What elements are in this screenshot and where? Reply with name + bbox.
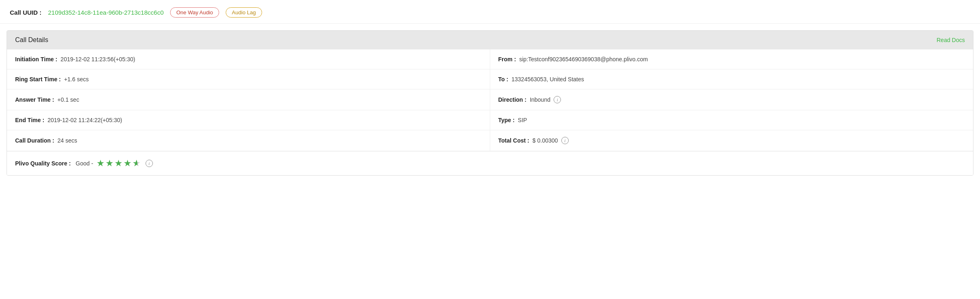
call-uuid-value: 2109d352-14c8-11ea-960b-2713c18cc6c0 [48, 9, 164, 16]
top-header: Call UUID : 2109d352-14c8-11ea-960b-2713… [0, 0, 980, 24]
from-cell: From : sip:Testconf9023654690369038@phon… [490, 49, 973, 69]
detail-row-ring: Ring Start Time : +1.6 secs To : 1332456… [7, 69, 973, 89]
read-docs-link[interactable]: Read Docs [937, 37, 965, 43]
ring-start-time-value: +1.6 secs [63, 76, 89, 83]
star-3: ★ [114, 158, 123, 169]
answer-time-value: +0.1 sec [56, 96, 79, 103]
one-way-audio-badge[interactable]: One Way Audio [170, 7, 219, 18]
detail-row-initiation: Initiation Time : 2019-12-02 11:23:56(+0… [7, 49, 973, 69]
detail-row-answer: Answer Time : +0.1 sec Direction : Inbou… [7, 89, 973, 110]
call-details-card: Call Details Read Docs Initiation Time :… [7, 30, 973, 176]
from-label: From : [498, 56, 516, 62]
to-cell: To : 13324563053, United States [490, 69, 973, 89]
stars-container: ★ ★ ★ ★ ★★ [96, 158, 141, 169]
audio-lag-badge[interactable]: Audio Lag [226, 7, 262, 18]
detail-row-duration: Call Duration : 24 secs Total Cost : $ 0… [7, 130, 973, 151]
initiation-time-cell: Initiation Time : 2019-12-02 11:23:56(+0… [7, 49, 490, 69]
quality-score-info-icon[interactable]: i [146, 160, 153, 167]
call-duration-label: Call Duration : [15, 137, 54, 144]
answer-time-label: Answer Time : [15, 96, 54, 103]
card-header: Call Details Read Docs [7, 31, 973, 49]
direction-value: Inbound [528, 96, 551, 103]
direction-cell: Direction : Inbound i [490, 89, 973, 110]
ring-start-time-cell: Ring Start Time : +1.6 secs [7, 69, 490, 89]
call-duration-value: 24 secs [56, 137, 77, 144]
from-value: sip:Testconf9023654690369038@phone.plivo… [518, 56, 648, 62]
quality-score-row: Plivo Quality Score : Good - ★ ★ ★ ★ ★★ … [7, 151, 973, 175]
type-label: Type : [498, 117, 515, 123]
star-5-partial: ★★ [132, 158, 141, 169]
call-duration-cell: Call Duration : 24 secs [7, 130, 490, 151]
direction-info-icon[interactable]: i [554, 96, 561, 103]
end-time-value: 2019-12-02 11:24:22(+05:30) [46, 117, 122, 123]
initiation-time-label: Initiation Time : [15, 56, 57, 62]
to-value: 13324563053, United States [510, 76, 584, 83]
total-cost-label: Total Cost : [498, 137, 529, 144]
card-title: Call Details [15, 36, 48, 44]
type-value: SIP [516, 117, 527, 123]
type-cell: Type : SIP [490, 110, 973, 130]
end-time-cell: End Time : 2019-12-02 11:24:22(+05:30) [7, 110, 490, 130]
star-1: ★ [96, 158, 105, 169]
to-label: To : [498, 76, 509, 83]
star-2: ★ [105, 158, 114, 169]
card-body: Initiation Time : 2019-12-02 11:23:56(+0… [7, 49, 973, 175]
answer-time-cell: Answer Time : +0.1 sec [7, 89, 490, 110]
quality-score-text: Good - [74, 160, 93, 167]
detail-row-end: End Time : 2019-12-02 11:24:22(+05:30) T… [7, 110, 973, 130]
call-uuid-label: Call UUID : [10, 9, 42, 16]
total-cost-cell: Total Cost : $ 0.00300 i [490, 130, 973, 151]
ring-start-time-label: Ring Start Time : [15, 76, 61, 83]
end-time-label: End Time : [15, 117, 44, 123]
initiation-time-value: 2019-12-02 11:23:56(+05:30) [59, 56, 135, 62]
total-cost-value: $ 0.00300 [531, 137, 558, 144]
direction-label: Direction : [498, 96, 527, 103]
star-4: ★ [123, 158, 132, 169]
total-cost-info-icon[interactable]: i [561, 137, 569, 144]
quality-score-label: Plivo Quality Score : [15, 160, 71, 167]
